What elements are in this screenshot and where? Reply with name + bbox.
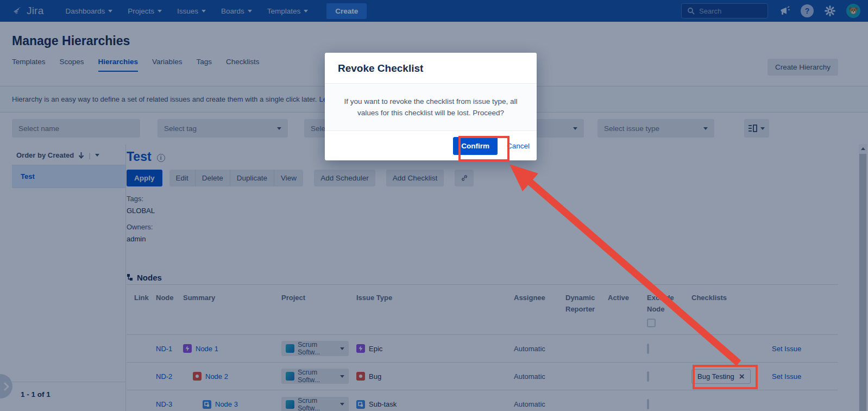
revoke-checklist-modal: Revoke Checklist If you want to revoke t… [325, 53, 537, 160]
cancel-button[interactable]: Cancel [507, 142, 530, 150]
modal-title: Revoke Checklist [338, 63, 524, 74]
modal-message: If you want to revoke the checklist from… [337, 96, 525, 119]
app-root: Jira Dashboards Projects Issues Boards T… [0, 0, 868, 411]
confirm-button[interactable]: Confirm [453, 137, 498, 155]
